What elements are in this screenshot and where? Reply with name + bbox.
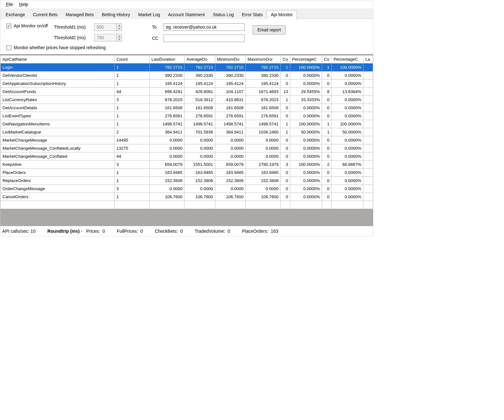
table-row[interactable]: MarketChangeMessage_Conflated440.00000.0…	[1, 152, 373, 161]
monitor-refresh-checkbox[interactable]	[7, 45, 11, 50]
cell: 2	[322, 161, 332, 169]
cell: 0.0000%	[331, 177, 363, 185]
api-monitor-panel: Api Monitor on/off Threshold1 (ms) ▲ ▼ T…	[0, 19, 373, 53]
table-row[interactable]: ReplaceOrders1152.3806152.3806152.380615…	[1, 177, 373, 185]
col-header[interactable]: ApiCallName	[1, 55, 114, 63]
threshold1-up-icon[interactable]: ▲	[117, 24, 122, 27]
cell	[363, 112, 373, 120]
menu-help[interactable]: Help	[16, 1, 31, 7]
cell: 0.0000	[215, 185, 245, 193]
threshold2-input[interactable]	[95, 34, 116, 41]
cell: 0	[281, 72, 290, 80]
threshold1-spinner[interactable]: ▲ ▼	[94, 23, 122, 31]
cell: 0	[281, 80, 290, 88]
col-header[interactable]: MaximumDur	[245, 55, 281, 63]
cell	[331, 201, 363, 209]
cell: 0.0000%	[290, 72, 322, 80]
tab-api-monitor[interactable]: Api Monitor	[267, 10, 297, 19]
tab-betting-history[interactable]: Betting History	[98, 10, 134, 19]
cell: 152.3806	[215, 177, 245, 185]
api-monitor-checkbox[interactable]	[7, 24, 11, 28]
col-header[interactable]: La	[363, 55, 373, 63]
threshold2-spinner[interactable]: ▲ ▼	[94, 34, 122, 41]
cell: 0	[281, 136, 290, 144]
cell: 0	[322, 104, 332, 112]
tab-market-log[interactable]: Market Log	[134, 10, 164, 19]
table-row[interactable]: MarketChangeMessage144950.00000.00000.00…	[1, 136, 373, 144]
threshold1-input[interactable]	[95, 24, 116, 30]
table-row[interactable]: PlaceOrders1163.9485163.9485163.9485163.…	[1, 169, 373, 177]
cell: 195.4124	[215, 80, 245, 88]
cell: 0.0000	[215, 144, 245, 152]
col-header[interactable]: Co	[281, 55, 290, 63]
cell: 106.7600	[215, 193, 245, 201]
cell: 0.0000	[245, 136, 281, 144]
cell	[363, 201, 373, 209]
cell: 0	[322, 193, 332, 201]
cell: GetAccountDetails	[1, 104, 114, 112]
cell: 0.0000	[149, 136, 184, 144]
tab-error-stats[interactable]: Error Stats	[238, 10, 267, 19]
tab-current-bets[interactable]: Current Bets	[29, 10, 62, 19]
tab-account-statement[interactable]: Account Statement	[164, 10, 209, 19]
col-header[interactable]: PercentageC	[331, 55, 363, 63]
tab-status-log[interactable]: Status Log	[209, 10, 238, 19]
table-row[interactable]: CancelOrders1106.7600106.7600106.7600106…	[1, 193, 373, 201]
col-header[interactable]: Co	[322, 55, 332, 63]
cell: 100.0000%	[290, 120, 322, 128]
table-row[interactable]: KeepAlive3659.00791551.5001659.00792780.…	[1, 161, 373, 169]
tab-exchange[interactable]: Exchange	[2, 10, 29, 19]
cell: 0.0000%	[290, 144, 322, 152]
tab-managed-bets[interactable]: Managed Bets	[62, 10, 98, 19]
email-report-button[interactable]: Email report	[253, 25, 285, 35]
menu-file[interactable]: File	[3, 1, 16, 7]
cell: 1	[281, 96, 290, 104]
cell: ListEventTypes	[1, 112, 114, 120]
cell	[322, 201, 332, 209]
col-header[interactable]: PercentageC	[290, 55, 322, 63]
table-row[interactable]: ListEventTypes1276.6591276.6591276.65912…	[1, 112, 373, 120]
threshold2-up-icon[interactable]: ▲	[117, 34, 122, 38]
cell: 1038.2460	[245, 128, 281, 136]
cell: 276.6591	[184, 112, 215, 120]
table-row[interactable]: MarketChangeMessage_ConflatedLocally1327…	[1, 144, 373, 152]
table-row[interactable]: GetNavigationMenuItems11498.57411498.574…	[1, 120, 373, 128]
cell: 0.0000%	[331, 193, 363, 201]
table-row[interactable]: Login1792.2715792.2715792.2715792.271511…	[1, 63, 373, 72]
cell: 44	[114, 88, 150, 96]
cell: 1	[114, 177, 150, 185]
threshold2-down-icon[interactable]: ▼	[117, 38, 122, 41]
col-header[interactable]: Count	[114, 55, 150, 63]
cell: KeepAlive	[1, 161, 114, 169]
cell: 276.6591	[149, 112, 184, 120]
table-row[interactable]: GetAccountDetails1161.6508161.6508161.65…	[1, 104, 373, 112]
cell: 0.0000%	[290, 152, 322, 161]
cell: 0.0000	[245, 144, 281, 152]
to-input[interactable]	[164, 23, 245, 31]
table-row[interactable]: ListMarketCatalogue2364.9411701.5936364.…	[1, 128, 373, 136]
table-row[interactable]: GetAccountFunds44698.4291428.8081104.110…	[1, 88, 373, 96]
cell: MarketChangeMessage_ConflatedLocally	[1, 144, 114, 152]
table-row[interactable]: GetApplicationSubscriptionHistory1195.41…	[1, 80, 373, 88]
cell: 13275	[114, 144, 150, 152]
threshold1-down-icon[interactable]: ▼	[117, 27, 122, 30]
cc-input[interactable]	[164, 35, 245, 42]
cell	[363, 136, 373, 144]
grid-header-row[interactable]: ApiCallNameCountLastDurationAverageDuMin…	[1, 55, 373, 63]
cell: 0.0000%	[331, 185, 363, 193]
col-header[interactable]: AverageDu	[184, 55, 215, 63]
table-row[interactable]	[1, 201, 373, 209]
cell: 0.0000	[184, 185, 215, 193]
cell: 163.9485	[215, 169, 245, 177]
cell: 50.0000%	[331, 128, 363, 136]
cell: 33.3333%	[290, 96, 322, 104]
table-row[interactable]: ListCurrencyRates3678.2015518.3912410.86…	[1, 96, 373, 104]
table-row[interactable]: GetVendorClientId1390.2330390.2330390.23…	[1, 72, 373, 80]
col-header[interactable]: MinimumDu	[215, 55, 245, 63]
col-header[interactable]: LastDuration	[149, 55, 184, 63]
cell: 100.0000%	[331, 63, 363, 72]
table-row[interactable]: OrderChangeMessage30.00000.00000.00000.0…	[1, 185, 373, 193]
cell: 0	[281, 169, 290, 177]
cell	[281, 201, 290, 209]
cell: 1551.5001	[184, 161, 215, 169]
